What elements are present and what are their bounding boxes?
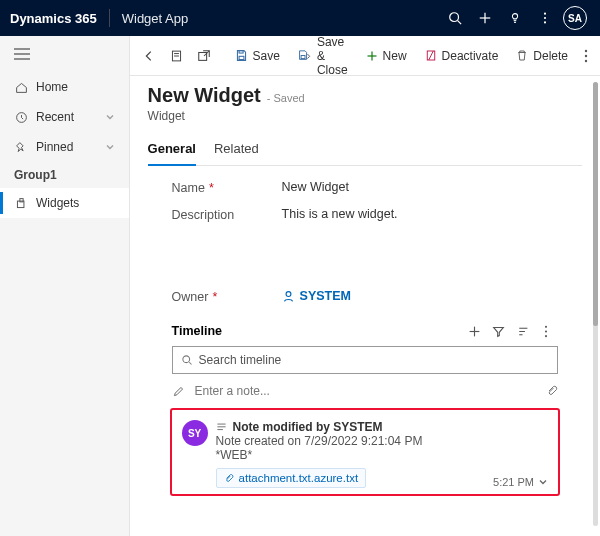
back-button[interactable]: [136, 45, 162, 67]
owner-field[interactable]: SYSTEM: [282, 289, 558, 303]
lightbulb-icon[interactable]: [500, 3, 530, 33]
svg-point-27: [585, 54, 587, 56]
form-section: Name* New Widget Description This is a n…: [148, 166, 582, 304]
delete-button[interactable]: Delete: [508, 45, 576, 67]
svg-point-37: [545, 335, 547, 337]
plus-icon: [366, 50, 378, 62]
timeline-note-card[interactable]: SY Note modified by SYSTEM Note created …: [170, 408, 560, 496]
svg-point-29: [286, 291, 291, 296]
entity-label: Widget: [148, 109, 582, 123]
sidebar-item-label: Widgets: [36, 196, 79, 210]
attachment-icon[interactable]: [546, 384, 558, 398]
required-marker: *: [209, 181, 214, 195]
edit-icon: [172, 385, 185, 398]
avatar-initials: SA: [563, 6, 587, 30]
name-field[interactable]: New Widget: [282, 180, 558, 194]
description-field[interactable]: This is a new widget.: [282, 207, 558, 221]
timeline-search-input[interactable]: Search timeline: [172, 346, 558, 374]
user-avatar[interactable]: SA: [560, 3, 590, 33]
timeline-more-button[interactable]: [534, 325, 558, 338]
sidebar-item-recent[interactable]: Recent: [0, 102, 129, 132]
sidebar-item-label: Home: [36, 80, 68, 94]
timeline-filter-button[interactable]: [486, 325, 510, 338]
timeline-title: Timeline: [172, 324, 222, 338]
record-content: New Widget - Saved Widget General Relate…: [130, 76, 600, 536]
svg-point-38: [182, 356, 189, 363]
search-placeholder: Search timeline: [199, 353, 282, 367]
note-created-on: Note created on 7/29/2022 9:21:04 PM: [216, 434, 423, 448]
svg-line-39: [189, 362, 191, 364]
chevron-down-icon: [105, 112, 115, 122]
svg-rect-18: [198, 52, 206, 60]
svg-point-7: [544, 17, 546, 19]
note-icon: [216, 422, 227, 433]
tab-bar: General Related: [148, 135, 582, 166]
clock-icon: [14, 111, 28, 124]
scrollbar-thumb[interactable]: [593, 82, 598, 326]
deactivate-icon: [425, 49, 437, 62]
search-icon[interactable]: [440, 3, 470, 33]
button-label: New: [383, 49, 407, 63]
save-close-icon: [298, 49, 312, 62]
hamburger-button[interactable]: [0, 36, 129, 72]
svg-line-25: [428, 51, 433, 60]
note-title: Note modified by SYSTEM: [233, 420, 383, 434]
more-vertical-icon[interactable]: [530, 3, 560, 33]
note-avatar: SY: [182, 420, 208, 446]
search-icon: [181, 354, 193, 366]
tab-related[interactable]: Related: [214, 135, 259, 165]
header-divider: [109, 9, 110, 27]
record-status: - Saved: [267, 92, 305, 104]
svg-rect-20: [239, 51, 243, 53]
note-timestamp: 5:21 PM: [493, 476, 548, 488]
extension-icon: [14, 197, 28, 210]
command-bar: Save Save & Close New Deactivate Delete: [130, 36, 600, 76]
trash-icon: [516, 49, 528, 62]
svg-point-36: [545, 330, 547, 332]
tab-general[interactable]: General: [148, 135, 196, 166]
plus-icon[interactable]: [470, 3, 500, 33]
home-icon: [14, 81, 28, 94]
svg-point-35: [545, 325, 547, 327]
note-attachment-link[interactable]: attachment.txt.azure.txt: [216, 468, 367, 488]
required-marker: *: [212, 290, 217, 304]
svg-line-1: [458, 21, 462, 25]
note-source: *WEB*: [216, 448, 423, 462]
form-selector-button[interactable]: [164, 45, 189, 67]
attachment-icon: [224, 473, 234, 484]
deactivate-button[interactable]: Deactivate: [417, 45, 507, 67]
svg-point-6: [544, 13, 546, 15]
save-icon: [235, 49, 248, 62]
svg-rect-21: [301, 56, 305, 59]
record-title: New Widget: [148, 84, 261, 107]
sidebar-item-home[interactable]: Home: [0, 72, 129, 102]
owner-value: SYSTEM: [300, 289, 351, 303]
save-button[interactable]: Save: [227, 45, 288, 67]
timeline-sort-button[interactable]: [510, 325, 534, 338]
field-label-description: Description: [172, 208, 235, 222]
save-close-button[interactable]: Save & Close: [290, 31, 356, 81]
sidebar: Home Recent Pinned Group1 Widgets: [0, 36, 130, 536]
svg-point-8: [544, 21, 546, 23]
main-area: Save Save & Close New Deactivate Delete: [130, 36, 600, 536]
sidebar-item-widgets[interactable]: Widgets: [0, 188, 129, 218]
chevron-down-icon: [105, 142, 115, 152]
note-input[interactable]: Enter a note...: [195, 384, 536, 398]
svg-point-26: [585, 49, 587, 51]
more-commands-button[interactable]: [578, 45, 594, 67]
person-icon: [282, 290, 295, 303]
open-new-window-button[interactable]: [191, 45, 217, 67]
svg-rect-19: [239, 56, 244, 59]
svg-point-0: [450, 13, 459, 22]
sidebar-item-label: Pinned: [36, 140, 73, 154]
new-button[interactable]: New: [358, 45, 415, 67]
button-label: Delete: [533, 49, 568, 63]
field-label-owner: Owner: [172, 290, 209, 304]
scrollbar[interactable]: [593, 82, 598, 526]
button-label: Save & Close: [317, 35, 348, 77]
field-label-name: Name: [172, 181, 205, 195]
sidebar-item-pinned[interactable]: Pinned: [0, 132, 129, 162]
chevron-down-icon[interactable]: [538, 477, 548, 487]
timeline-add-button[interactable]: [462, 325, 486, 338]
button-label: Deactivate: [442, 49, 499, 63]
